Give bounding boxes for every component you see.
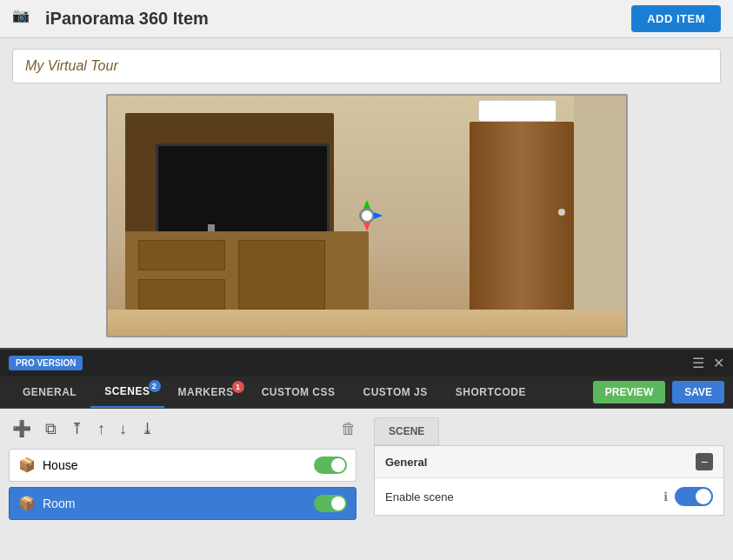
scenes-right-panel: SCENE General − Enable scene ℹ: [365, 409, 733, 543]
tabs-bar: GENERAL SCENES 2 MARKERS 1 CUSTOM CSS CU…: [0, 377, 733, 409]
enable-scene-toggle[interactable]: [675, 487, 713, 506]
tab-markers[interactable]: MARKERS 1: [164, 377, 248, 407]
hamburger-icon[interactable]: ☰: [692, 355, 704, 371]
enable-scene-toggle-knob: [696, 489, 711, 504]
tv-screen: [156, 143, 330, 243]
pro-badge: PRO VERSION: [9, 356, 83, 370]
preview-button[interactable]: PREVIEW: [593, 381, 665, 403]
room-toggle[interactable]: [314, 495, 347, 512]
marker-center: [359, 208, 375, 223]
dresser-drawer-3: [238, 240, 325, 310]
add-item-button[interactable]: ADD ITEM: [631, 5, 721, 32]
dresser: [125, 231, 369, 318]
scene-cube-icon-house: 📦: [18, 457, 36, 474]
bottom-panel: PRO VERSION ☰ ✕ GENERAL SCENES 2 MARKERS…: [0, 348, 733, 543]
move-bottom-button[interactable]: ⤓: [137, 417, 157, 440]
scenes-left-panel: ➕ ⧉ ⤒ ↑ ↓ ⤓ 🗑 📦 House: [0, 409, 365, 543]
scene-item-house-left: 📦 House: [18, 457, 77, 474]
arrow-right-icon: [374, 212, 383, 219]
app-icon: 📷: [12, 7, 37, 31]
scene-content: General − Enable scene ℹ: [374, 445, 724, 516]
markers-badge: 1: [232, 381, 244, 393]
dresser-drawer-1: [138, 240, 225, 270]
right-wall: [574, 96, 626, 336]
enable-scene-label: Enable scene: [385, 490, 454, 503]
tab-custom-css[interactable]: CUSTOM CSS: [248, 377, 350, 407]
navigation-marker[interactable]: [351, 200, 383, 231]
house-toggle-knob: [331, 458, 345, 472]
scene-cube-icon-room: 📦: [18, 495, 36, 512]
header: 📷 iPanorama 360 Item ADD ITEM: [0, 0, 733, 38]
tab-shortcode[interactable]: SHORTCODE: [442, 377, 540, 407]
room-toggle-knob: [331, 497, 345, 510]
app-title: iPanorama 360 Item: [45, 9, 209, 29]
save-button[interactable]: SAVE: [672, 381, 724, 403]
enable-scene-right: ℹ: [663, 487, 713, 506]
scene-item-room-left: 📦 Room: [18, 495, 75, 512]
enable-scene-label-group: Enable scene: [385, 489, 454, 504]
duplicate-scene-button[interactable]: ⧉: [42, 418, 60, 440]
tab-scenes[interactable]: SCENES 2: [90, 377, 163, 408]
scenes-badge: 2: [149, 380, 161, 392]
move-down-button[interactable]: ↓: [116, 418, 130, 440]
scene-item-room[interactable]: 📦 Room: [9, 487, 357, 520]
floor: [108, 310, 626, 336]
tabs-right-buttons: PREVIEW SAVE: [593, 381, 724, 403]
tab-general[interactable]: GENERAL: [9, 377, 90, 407]
arrow-forward-icon: [363, 223, 370, 231]
scene-item-house[interactable]: 📦 House: [9, 449, 357, 482]
door-handle: [558, 209, 565, 216]
enable-scene-row: Enable scene ℹ: [375, 478, 723, 515]
scene-label-room: Room: [43, 497, 75, 510]
tab-custom-js[interactable]: CUSTOM JS: [350, 377, 442, 407]
scene-label-house: House: [43, 458, 77, 472]
collapse-general-button[interactable]: −: [696, 453, 713, 470]
scenes-toolbar: ➕ ⧉ ⤒ ↑ ↓ ⤓ 🗑: [9, 417, 357, 440]
add-scene-button[interactable]: ➕: [9, 417, 35, 440]
scene-tab-label: SCENE: [374, 417, 439, 445]
panorama-container: [12, 94, 721, 337]
move-top-button[interactable]: ⤒: [67, 417, 87, 440]
tour-title: My Virtual Tour: [12, 49, 721, 83]
door: [470, 122, 574, 313]
panel-header-bar: PRO VERSION ☰ ✕: [0, 350, 733, 377]
dresser-drawer-2: [138, 279, 225, 310]
content-area: ➕ ⧉ ⤒ ↑ ↓ ⤓ 🗑 📦 House: [0, 409, 733, 543]
close-icon[interactable]: ✕: [713, 355, 724, 371]
delete-scene-button[interactable]: 🗑: [341, 420, 357, 438]
general-label: General: [385, 456, 427, 469]
move-up-button[interactable]: ↑: [94, 418, 109, 440]
general-section-header: General −: [375, 446, 723, 478]
air-conditioner: [478, 100, 556, 122]
panel-header-icons: ☰ ✕: [692, 355, 724, 371]
panorama-viewer[interactable]: [106, 94, 628, 337]
house-toggle[interactable]: [314, 457, 347, 474]
info-icon[interactable]: ℹ: [663, 490, 668, 503]
header-left: 📷 iPanorama 360 Item: [12, 7, 209, 31]
